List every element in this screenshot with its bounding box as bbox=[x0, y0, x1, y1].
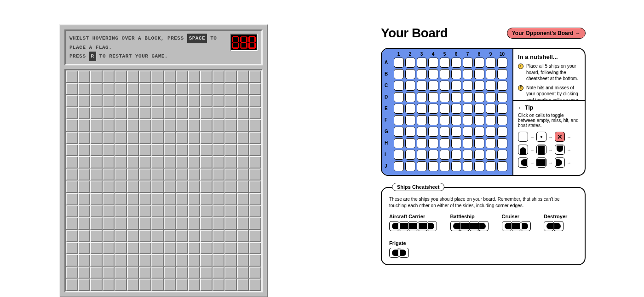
mine-cell[interactable] bbox=[176, 132, 188, 144]
mine-cell[interactable] bbox=[127, 95, 139, 107]
mine-cell[interactable] bbox=[249, 70, 261, 83]
board-cell[interactable] bbox=[440, 92, 450, 102]
mine-cell[interactable] bbox=[103, 217, 115, 230]
mine-cell[interactable] bbox=[127, 144, 139, 157]
mine-cell[interactable] bbox=[200, 144, 213, 157]
mine-cell[interactable] bbox=[164, 169, 176, 181]
board-cell[interactable] bbox=[417, 81, 427, 91]
board-cell[interactable] bbox=[440, 69, 450, 79]
mine-cell[interactable] bbox=[200, 83, 213, 95]
mine-cell[interactable] bbox=[200, 119, 213, 132]
board-cell[interactable] bbox=[394, 69, 404, 79]
board-cell[interactable] bbox=[497, 138, 507, 148]
mine-cell[interactable] bbox=[200, 267, 213, 279]
mine-cell[interactable] bbox=[151, 230, 164, 242]
board-cell[interactable] bbox=[405, 81, 415, 91]
mine-cell[interactable] bbox=[224, 144, 237, 157]
mine-cell[interactable] bbox=[90, 107, 103, 120]
mine-cell[interactable] bbox=[164, 132, 176, 144]
mine-cell[interactable] bbox=[249, 267, 261, 279]
mine-cell[interactable] bbox=[176, 193, 188, 205]
mine-cell[interactable] bbox=[164, 193, 176, 205]
mine-cell[interactable] bbox=[115, 279, 127, 291]
mine-cell[interactable] bbox=[90, 83, 103, 95]
mine-cell[interactable] bbox=[78, 254, 91, 267]
mine-cell[interactable] bbox=[151, 279, 164, 291]
mine-cell[interactable] bbox=[103, 156, 115, 169]
mine-cell[interactable] bbox=[176, 83, 188, 95]
mine-cell[interactable] bbox=[78, 193, 91, 205]
mine-cell[interactable] bbox=[103, 267, 115, 279]
mine-cell[interactable] bbox=[164, 205, 176, 218]
mine-cell[interactable] bbox=[103, 181, 115, 193]
mine-cell[interactable] bbox=[139, 254, 151, 267]
mine-cell[interactable] bbox=[115, 70, 127, 83]
mine-cell[interactable] bbox=[103, 205, 115, 218]
mine-cell[interactable] bbox=[103, 279, 115, 291]
mine-cell[interactable] bbox=[78, 70, 91, 83]
mine-cell[interactable] bbox=[103, 254, 115, 267]
mine-cell[interactable] bbox=[200, 70, 213, 83]
mine-cell[interactable] bbox=[164, 279, 176, 291]
board-cell[interactable] bbox=[417, 92, 427, 102]
board-cell[interactable] bbox=[451, 104, 461, 114]
mine-cell[interactable] bbox=[213, 181, 225, 193]
mine-cell[interactable] bbox=[151, 267, 164, 279]
mine-cell[interactable] bbox=[213, 70, 225, 83]
board-cell[interactable] bbox=[417, 58, 427, 68]
board-cell[interactable] bbox=[417, 104, 427, 114]
mine-cell[interactable] bbox=[78, 267, 91, 279]
board-cell[interactable] bbox=[463, 92, 473, 102]
board-cell[interactable] bbox=[451, 69, 461, 79]
mine-cell[interactable] bbox=[224, 107, 237, 120]
mine-cell[interactable] bbox=[237, 169, 249, 181]
mine-cell[interactable] bbox=[237, 217, 249, 230]
mine-cell[interactable] bbox=[90, 267, 103, 279]
mine-cell[interactable] bbox=[66, 205, 78, 218]
mine-cell[interactable] bbox=[237, 205, 249, 218]
board-cell[interactable] bbox=[497, 127, 507, 137]
mine-cell[interactable] bbox=[213, 107, 225, 120]
mine-cell[interactable] bbox=[237, 83, 249, 95]
mine-cell[interactable] bbox=[188, 230, 201, 242]
mine-cell[interactable] bbox=[224, 83, 237, 95]
board-cell[interactable] bbox=[417, 150, 427, 160]
mine-cell[interactable] bbox=[151, 181, 164, 193]
mine-cell[interactable] bbox=[127, 193, 139, 205]
mine-cell[interactable] bbox=[200, 279, 213, 291]
mine-cell[interactable] bbox=[176, 205, 188, 218]
board-cell[interactable] bbox=[405, 150, 415, 160]
mine-cell[interactable] bbox=[237, 119, 249, 132]
mine-cell[interactable] bbox=[115, 254, 127, 267]
mine-cell[interactable] bbox=[127, 279, 139, 291]
mine-cell[interactable] bbox=[151, 193, 164, 205]
board-cell[interactable] bbox=[451, 127, 461, 137]
board-cell[interactable] bbox=[417, 138, 427, 148]
mine-cell[interactable] bbox=[237, 242, 249, 255]
mine-cell[interactable] bbox=[249, 144, 261, 157]
mine-cell[interactable] bbox=[164, 119, 176, 132]
board-cell[interactable] bbox=[474, 58, 484, 68]
mine-cell[interactable] bbox=[115, 205, 127, 218]
board-cell[interactable] bbox=[428, 150, 438, 160]
mine-cell[interactable] bbox=[90, 254, 103, 267]
mine-cell[interactable] bbox=[127, 83, 139, 95]
board-cell[interactable] bbox=[497, 104, 507, 114]
board-cell[interactable] bbox=[463, 127, 473, 137]
mine-cell[interactable] bbox=[78, 119, 91, 132]
mine-cell[interactable] bbox=[213, 144, 225, 157]
board-cell[interactable] bbox=[463, 150, 473, 160]
mine-cell[interactable] bbox=[90, 242, 103, 255]
mine-cell[interactable] bbox=[213, 193, 225, 205]
mine-cell[interactable] bbox=[188, 95, 201, 107]
board-cell[interactable] bbox=[440, 138, 450, 148]
mine-cell[interactable] bbox=[103, 95, 115, 107]
mine-cell[interactable] bbox=[66, 119, 78, 132]
board-cell[interactable] bbox=[394, 58, 404, 68]
mine-cell[interactable] bbox=[139, 242, 151, 255]
mine-cell[interactable] bbox=[66, 217, 78, 230]
board-cell[interactable] bbox=[486, 69, 496, 79]
board-cell[interactable] bbox=[394, 138, 404, 148]
mine-cell[interactable] bbox=[151, 217, 164, 230]
mine-cell[interactable] bbox=[151, 107, 164, 120]
